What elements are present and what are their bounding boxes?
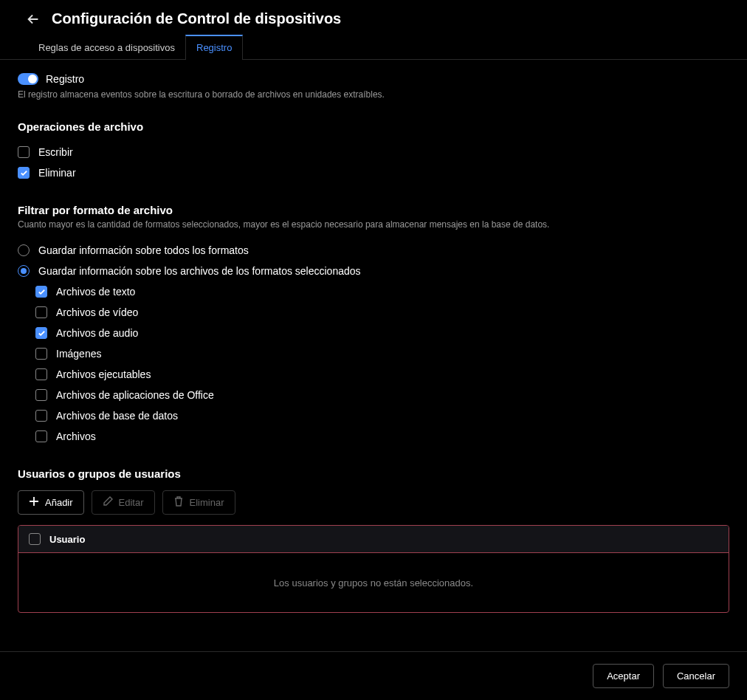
- radio-all-formats-row[interactable]: Guardar información sobre todos los form…: [18, 240, 729, 261]
- tab-log[interactable]: Registro: [185, 35, 243, 60]
- checkbox-images-row[interactable]: Imágenes: [35, 343, 729, 364]
- users-col-user: Usuario: [49, 534, 85, 545]
- content-area: Registro El registro almacena eventos so…: [0, 60, 747, 652]
- checkbox-exe-row[interactable]: Archivos ejecutables: [35, 364, 729, 385]
- radio-selected-formats[interactable]: [18, 265, 30, 277]
- edit-button-label: Editar: [119, 497, 144, 508]
- format-list: Archivos de texto Archivos de vídeo Arch…: [35, 281, 729, 447]
- checkbox-audio-row[interactable]: Archivos de audio: [35, 323, 729, 343]
- checkbox-text[interactable]: [35, 286, 47, 298]
- accept-button[interactable]: Aceptar: [593, 664, 654, 688]
- radio-selected-formats-row[interactable]: Guardar información sobre los archivos d…: [18, 261, 729, 281]
- checkbox-video-label: Archivos de vídeo: [56, 306, 138, 318]
- log-toggle-row: Registro: [18, 73, 729, 85]
- radio-all-formats[interactable]: [18, 244, 30, 256]
- checkbox-db-row[interactable]: Archivos de base de datos: [35, 405, 729, 426]
- checkbox-archive[interactable]: [35, 430, 47, 442]
- pencil-icon: [103, 496, 113, 509]
- select-all-checkbox[interactable]: [29, 533, 41, 545]
- radio-all-formats-label: Guardar información sobre todos los form…: [38, 244, 249, 256]
- checkbox-text-row[interactable]: Archivos de texto: [35, 281, 729, 302]
- plus-icon: [29, 496, 39, 509]
- checkbox-write-row[interactable]: Escribir: [18, 142, 729, 162]
- checkbox-office[interactable]: [35, 389, 47, 401]
- add-button[interactable]: Añadir: [18, 490, 84, 515]
- checkbox-delete-label: Eliminar: [38, 167, 76, 179]
- tab-access-rules[interactable]: Reglas de acceso a dispositivos: [28, 35, 185, 59]
- cancel-button[interactable]: Cancelar: [663, 664, 729, 688]
- section-file-ops-title: Operaciones de archivo: [18, 120, 729, 133]
- back-arrow-icon[interactable]: [25, 11, 41, 27]
- checkbox-office-row[interactable]: Archivos de aplicaciones de Office: [35, 385, 729, 405]
- checkbox-video-row[interactable]: Archivos de vídeo: [35, 302, 729, 323]
- checkbox-audio-label: Archivos de audio: [56, 327, 138, 339]
- section-users-title: Usuarios o grupos de usuarios: [18, 467, 729, 480]
- checkbox-images[interactable]: [35, 348, 47, 360]
- checkbox-text-label: Archivos de texto: [56, 286, 135, 298]
- checkbox-delete[interactable]: [18, 167, 30, 179]
- checkbox-office-label: Archivos de aplicaciones de Office: [56, 389, 214, 401]
- checkbox-archive-label: Archivos: [56, 430, 96, 442]
- users-button-row: Añadir Editar Eliminar: [18, 490, 729, 515]
- delete-button-label: Eliminar: [190, 497, 224, 508]
- checkbox-audio[interactable]: [35, 327, 47, 339]
- section-format-title: Filtrar por formato de archivo: [18, 204, 729, 216]
- trash-icon: [173, 496, 184, 509]
- page-title: Configuración de Control de dispositivos: [52, 10, 341, 27]
- checkbox-write[interactable]: [18, 146, 30, 158]
- radio-selected-formats-label: Guardar información sobre los archivos d…: [38, 265, 361, 277]
- checkbox-delete-row[interactable]: Eliminar: [18, 162, 729, 183]
- checkbox-images-label: Imágenes: [56, 348, 101, 360]
- log-toggle-label: Registro: [46, 73, 84, 85]
- tabs: Reglas de acceso a dispositivos Registro: [0, 35, 747, 60]
- checkbox-archive-row[interactable]: Archivos: [35, 426, 729, 447]
- log-toggle[interactable]: [18, 73, 38, 85]
- checkbox-write-label: Escribir: [38, 146, 73, 158]
- checkbox-db-label: Archivos de base de datos: [56, 410, 178, 422]
- page-header: Configuración de Control de dispositivos: [0, 0, 747, 35]
- users-table-empty: Los usuarios y grupos no están seleccion…: [18, 553, 729, 612]
- footer: Aceptar Cancelar: [0, 651, 747, 700]
- section-format-desc: Cuanto mayor es la cantidad de formatos …: [18, 219, 729, 230]
- delete-button: Eliminar: [162, 490, 235, 515]
- checkbox-exe-label: Archivos ejecutables: [56, 368, 151, 380]
- checkbox-db[interactable]: [35, 410, 47, 422]
- log-toggle-desc: El registro almacena eventos sobre la es…: [18, 89, 729, 100]
- checkbox-exe[interactable]: [35, 368, 47, 380]
- checkbox-video[interactable]: [35, 306, 47, 318]
- users-table-header: Usuario: [18, 526, 729, 553]
- edit-button: Editar: [92, 490, 155, 515]
- users-table: Usuario Los usuarios y grupos no están s…: [18, 525, 729, 613]
- add-button-label: Añadir: [45, 497, 73, 508]
